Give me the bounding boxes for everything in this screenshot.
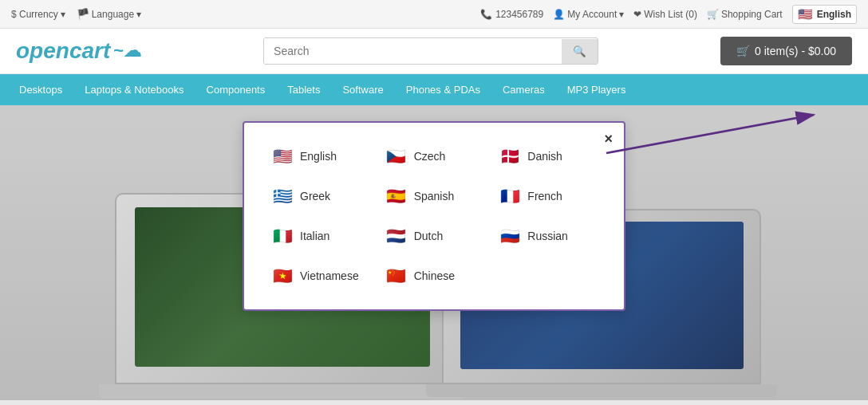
language-grid: 🇺🇸 English 🇨🇿 Czech 🇩🇰 Danish 🇬🇷 Greek 🇪…: [266, 142, 602, 290]
active-language-button[interactable]: 🇺🇸 English: [792, 5, 857, 24]
lang-spanish[interactable]: 🇪🇸 Spanish: [381, 182, 488, 210]
language-dropdown[interactable]: 🏴 Language ▾: [77, 8, 141, 20]
flag-russian: 🇷🇺: [499, 225, 521, 247]
shopping-cart-link[interactable]: 🛒 Shopping Cart: [707, 9, 783, 20]
main-content: × 🇺🇸 English 🇨🇿 Czech 🇩🇰 Danish 🇬🇷 Greek: [0, 105, 868, 400]
logo[interactable]: opencart ~☁: [16, 38, 141, 64]
flag-italian: 🇮🇹: [271, 225, 294, 247]
lang-vietnamese-label: Vietnamese: [300, 269, 359, 282]
phone-icon: 📞: [480, 9, 492, 20]
header: opencart ~☁ 🔍 🛒 0 item(s) - $0.00: [0, 29, 868, 74]
top-bar-left: $ Currency ▾ 🏴 Language ▾: [11, 8, 141, 20]
lang-chinese-label: Chinese: [414, 269, 455, 282]
nav-laptops[interactable]: Laptops & Notebooks: [73, 74, 195, 105]
heart-icon: ❤: [633, 9, 641, 20]
lang-dutch[interactable]: 🇳🇱 Dutch: [381, 222, 488, 250]
flag-english: 🇺🇸: [271, 145, 294, 167]
language-label: Language: [92, 9, 134, 20]
flag-dutch: 🇳🇱: [385, 225, 408, 247]
lang-czech-label: Czech: [414, 150, 446, 163]
nav-software[interactable]: Software: [331, 74, 394, 105]
user-icon: 👤: [553, 9, 565, 20]
language-arrow: ▾: [136, 9, 141, 20]
lang-french-label: French: [527, 190, 562, 202]
lang-english-label: English: [300, 150, 337, 163]
lang-danish-label: Danish: [527, 150, 562, 163]
flag-danish: 🇩🇰: [499, 145, 521, 167]
currency-arrow: ▾: [61, 9, 65, 20]
active-language-label: English: [817, 9, 851, 20]
currency-dropdown[interactable]: $ Currency ▾: [11, 9, 65, 20]
top-bar: $ Currency ▾ 🏴 Language ▾ 📞 123456789 👤 …: [0, 0, 868, 29]
nav-bar: Desktops Laptops & Notebooks Components …: [0, 74, 868, 105]
lang-greek-label: Greek: [300, 190, 330, 202]
lang-czech[interactable]: 🇨🇿 Czech: [381, 142, 488, 171]
search-icon: 🔍: [573, 45, 586, 57]
lang-russian[interactable]: 🇷🇺 Russian: [494, 222, 602, 250]
nav-tablets[interactable]: Tablets: [276, 74, 331, 105]
flag-spanish: 🇪🇸: [385, 185, 408, 207]
cart-icon-top: 🛒: [707, 9, 719, 20]
lang-italian-label: Italian: [300, 230, 329, 242]
lang-chinese[interactable]: 🇨🇳 Chinese: [381, 261, 488, 290]
flag-greek: 🇬🇷: [271, 185, 294, 207]
language-modal: × 🇺🇸 English 🇨🇿 Czech 🇩🇰 Danish 🇬🇷 Greek: [243, 121, 625, 311]
lang-greek[interactable]: 🇬🇷 Greek: [266, 182, 374, 210]
account-arrow: ▾: [619, 9, 624, 20]
lang-french[interactable]: 🇫🇷 French: [494, 182, 602, 210]
lang-english[interactable]: 🇺🇸 English: [266, 142, 374, 171]
flag-icon-small: 🏴: [77, 8, 89, 20]
cart-label: 0 item(s) - $0.00: [755, 45, 836, 57]
phone-number: 📞 123456789: [480, 9, 543, 20]
flag-chinese: 🇨🇳: [385, 265, 408, 287]
lang-grid-empty: [494, 261, 602, 290]
lang-vietnamese[interactable]: 🇻🇳 Vietnamese: [266, 261, 374, 290]
flag-czech: 🇨🇿: [385, 145, 408, 167]
lang-italian[interactable]: 🇮🇹 Italian: [266, 222, 374, 250]
modal-close-button[interactable]: ×: [604, 131, 613, 147]
search-input[interactable]: [264, 38, 562, 64]
logo-text: opencart: [16, 38, 110, 64]
lang-russian-label: Russian: [527, 230, 568, 242]
top-bar-right: 📞 123456789 👤 My Account ▾ ❤ Wish List (…: [480, 5, 857, 24]
search-bar: 🔍: [263, 37, 598, 65]
cart-button[interactable]: 🛒 0 item(s) - $0.00: [720, 37, 852, 65]
flag-vietnamese: 🇻🇳: [271, 265, 294, 287]
nav-desktops[interactable]: Desktops: [8, 74, 73, 105]
nav-components[interactable]: Components: [195, 74, 277, 105]
flag-french: 🇫🇷: [499, 185, 521, 207]
search-button[interactable]: 🔍: [562, 39, 598, 64]
my-account-link[interactable]: 👤 My Account ▾: [553, 9, 624, 20]
cart-icon-header: 🛒: [736, 45, 750, 57]
lang-danish[interactable]: 🇩🇰 Danish: [494, 142, 602, 171]
nav-phones[interactable]: Phones & PDAs: [395, 74, 491, 105]
active-flag-icon: 🇺🇸: [798, 7, 813, 22]
logo-cart-icon: ~☁: [113, 41, 141, 61]
nav-cameras[interactable]: Cameras: [491, 74, 556, 105]
nav-mp3[interactable]: MP3 Players: [556, 74, 637, 105]
lang-dutch-label: Dutch: [414, 230, 444, 242]
lang-spanish-label: Spanish: [414, 190, 455, 202]
currency-label: $ Currency: [11, 9, 58, 20]
wish-list-link[interactable]: ❤ Wish List (0): [633, 9, 697, 20]
